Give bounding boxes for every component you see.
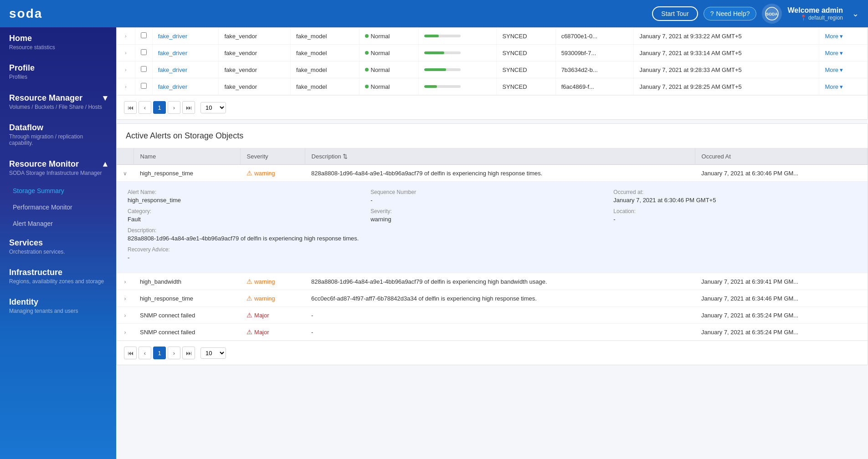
alert-name: high_response_time — [134, 165, 240, 182]
status-dot — [365, 34, 369, 38]
alert-expand-chevron[interactable]: › — [124, 329, 126, 336]
alert-expand-cell[interactable]: › — [117, 273, 134, 290]
sidebar-item-resource-monitor[interactable]: Resource Monitor ▴ SODA Storage Infrastr… — [0, 153, 116, 183]
severity-badge: ⚠ Major — [247, 328, 298, 336]
alert-expand-chevron[interactable]: › — [124, 279, 126, 285]
row-expand-btn[interactable]: › — [122, 66, 129, 73]
row-checkbox[interactable] — [141, 49, 147, 55]
sidebar-child-performance-monitor[interactable]: Performance Monitor — [0, 199, 116, 215]
row-progress — [419, 28, 497, 45]
sidebar-resource-manager-title: Resource Manager ▾ — [9, 93, 107, 103]
row-expand-cell[interactable]: › — [117, 78, 135, 95]
driver-link[interactable]: fake_driver — [158, 50, 187, 56]
alert-name-field: Alert Name: high_response_time — [128, 189, 370, 204]
alert-expand-cell[interactable]: ∨ — [117, 165, 134, 182]
row-expand-cell[interactable]: › — [117, 45, 135, 61]
alert-expand-cell[interactable]: › — [117, 324, 134, 341]
page-size-select[interactable]: 10 20 50 100 — [200, 102, 226, 113]
sidebar-item-identity[interactable]: Identity Managing tenants and users — [0, 291, 116, 321]
alerts-page-prev-btn[interactable]: ‹ — [139, 347, 151, 359]
row-expand-cell[interactable]: › — [117, 28, 135, 45]
row-expand-btn[interactable]: › — [122, 83, 129, 90]
alerts-page-last-btn[interactable]: ⏭ — [182, 347, 195, 359]
status-dot — [365, 85, 369, 88]
alerts-page-first-btn[interactable]: ⏮ — [124, 347, 137, 359]
alerts-page-size-select[interactable]: 10 20 50 100 — [200, 347, 226, 359]
sidebar-item-services[interactable]: Services Orchestration services. — [0, 232, 116, 261]
alert-expand-chevron[interactable]: › — [124, 296, 126, 302]
sidebar-services-title: Services — [9, 238, 107, 248]
start-tour-button[interactable]: Start Tour — [652, 6, 698, 21]
row-checkbox[interactable] — [141, 66, 147, 72]
sidebar-profile-sub: Profiles — [9, 74, 107, 80]
category-value: Fault — [128, 216, 370, 223]
row-checkbox[interactable] — [141, 32, 147, 38]
row-checkbox-cell[interactable] — [135, 78, 152, 95]
status-text: Normal — [371, 83, 390, 90]
driver-link[interactable]: fake_driver — [158, 33, 187, 40]
row-checkbox-cell[interactable] — [135, 45, 152, 61]
alert-occurred: January 7, 2021 at 6:39:41 PM GM... — [695, 273, 867, 290]
sidebar-resource-manager-sub: Volumes / Buckets / File Share / Hosts — [9, 104, 107, 110]
sidebar-item-infrastructure[interactable]: Infrastructure Regions, availability zon… — [0, 261, 116, 291]
expand-icon-resource-monitor: ▴ — [103, 159, 107, 169]
row-timestamp: January 7, 2021 at 9:28:33 AM GMT+5 — [634, 61, 819, 78]
alert-expand-chevron[interactable]: › — [124, 312, 126, 319]
recovery-field: Recovery Advice: - — [128, 246, 857, 261]
alert-occurred: January 7, 2021 at 6:35:24 PM GM... — [695, 307, 867, 324]
alert-expand-chevron[interactable]: ∨ — [123, 170, 127, 177]
page-prev-btn[interactable]: ‹ — [139, 101, 151, 114]
row-expand-btn[interactable]: › — [122, 32, 129, 40]
row-checkbox-cell[interactable] — [135, 61, 152, 78]
alerts-pagination: ⏮ ‹ 1 › ⏭ 10 20 50 100 — [117, 341, 868, 365]
page-last-btn[interactable]: ⏭ — [182, 101, 195, 114]
severity-field: Severity: warning — [370, 208, 613, 223]
alert-description: - — [305, 324, 695, 341]
sidebar-item-dataflow[interactable]: Dataflow Through migration / replication… — [0, 117, 116, 153]
sidebar-child-alert-manager[interactable]: Alert Manager — [0, 215, 116, 232]
sidebar-item-profile[interactable]: Profile Profiles — [0, 57, 116, 87]
sidebar-item-resource-manager[interactable]: Resource Manager ▾ Volumes / Buckets / F… — [0, 87, 116, 117]
user-menu-chevron[interactable]: ⌄ — [852, 9, 859, 19]
sidebar-item-home[interactable]: Home Resource statistics — [0, 27, 116, 57]
alert-expand-cell[interactable]: › — [117, 307, 134, 324]
alerts-page-next-btn[interactable]: › — [168, 347, 180, 359]
row-more-btn[interactable]: More — [825, 66, 862, 73]
row-status: Normal — [359, 45, 418, 61]
driver-link[interactable]: fake_driver — [158, 83, 187, 90]
alert-row: › SNMP connect failed ⚠ Major - January … — [117, 307, 868, 324]
row-progress — [419, 61, 497, 78]
alerts-page-1-btn[interactable]: 1 — [153, 347, 166, 359]
driver-link[interactable]: fake_driver — [158, 66, 187, 73]
page-first-btn[interactable]: ⏮ — [124, 101, 137, 114]
row-progress — [419, 78, 497, 95]
sequence-number-value: - — [370, 197, 613, 204]
status-dot — [365, 68, 369, 71]
status-text: Normal — [371, 33, 390, 40]
row-more-btn[interactable]: More — [825, 50, 862, 56]
description-field: Description: 828a8808-1d96-4a84-a9e1-4bb… — [128, 227, 857, 242]
progress-fill — [424, 51, 444, 54]
occurred-at-label: Occurred at: — [613, 189, 856, 195]
expand-icon-resource-manager: ▾ — [103, 93, 107, 103]
row-vendor: fake_vendor — [219, 28, 291, 45]
alert-expand-cell[interactable]: › — [117, 290, 134, 307]
row-timestamp: January 7, 2021 at 9:28:25 AM GMT+5 — [634, 78, 819, 95]
row-more-btn[interactable]: More — [825, 33, 862, 40]
sidebar-child-storage-summary[interactable]: Storage Summary — [0, 183, 116, 199]
alerts-section-title: Active Alerts on Storage Objects — [117, 124, 868, 148]
alert-name: high_response_time — [134, 290, 240, 307]
alert-description: 828a8808-1d96-4a84-a9e1-4bb96a9acf79 of … — [305, 165, 695, 182]
severity-badge: ⚠ warning — [247, 278, 298, 285]
alerts-col-expand — [117, 148, 134, 165]
row-more-btn[interactable]: More — [825, 83, 862, 90]
need-help-button[interactable]: ? Need Help? — [704, 7, 757, 20]
row-checkbox-cell[interactable] — [135, 28, 152, 45]
row-expand-btn[interactable]: › — [122, 49, 129, 56]
row-expand-cell[interactable]: › — [117, 61, 135, 78]
row-vendor: fake_vendor — [219, 61, 291, 78]
row-checkbox[interactable] — [141, 83, 147, 89]
page-1-btn[interactable]: 1 — [153, 101, 166, 114]
row-more-cell: More — [819, 45, 868, 61]
page-next-btn[interactable]: › — [168, 101, 180, 114]
